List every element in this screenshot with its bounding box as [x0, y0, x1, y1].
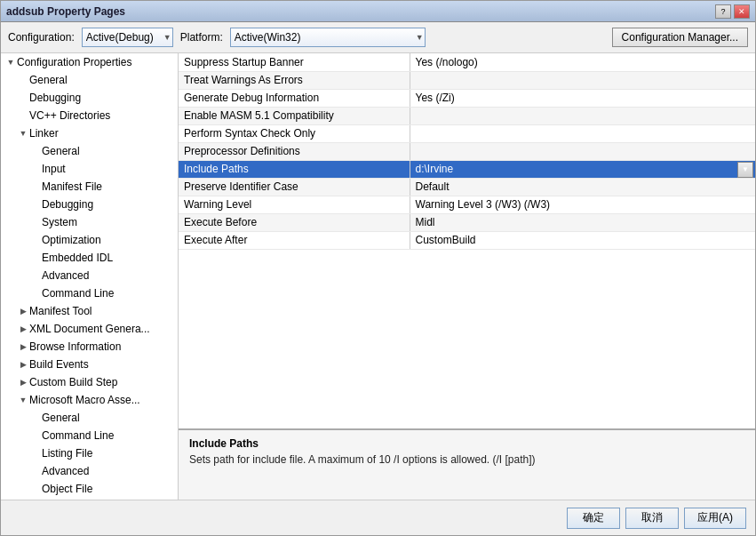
table-row-selected[interactable]: Include Paths d:\Irvine ▼: [179, 160, 755, 178]
expander-icon: ▼: [17, 394, 29, 406]
tree-label: Object File: [42, 483, 92, 495]
tree-item-linker-system[interactable]: System: [1, 213, 178, 231]
prop-label: Include Paths: [179, 160, 410, 178]
tree-label: Linker: [29, 127, 59, 140]
tree-label: System: [42, 216, 77, 228]
expander-placeholder: [29, 412, 42, 424]
tree-item-linker-embidl[interactable]: Embedded IDL: [1, 249, 178, 267]
prop-value: [410, 71, 755, 89]
tree-item-linker[interactable]: ▼ Linker: [1, 124, 178, 142]
table-row[interactable]: Execute Before Midl: [179, 213, 755, 231]
expander-placeholder: [17, 92, 29, 104]
table-row[interactable]: Enable MASM 5.1 Compatibility: [179, 107, 755, 124]
prop-value: Warning Level 3 (/W3) (/W3): [410, 196, 755, 213]
tree-item-linker-manifest[interactable]: Manifest File: [1, 178, 178, 196]
platform-select-wrapper: Active(Win32) ▼: [230, 28, 426, 47]
tree-label: Manifest Tool: [29, 305, 92, 317]
tree-item-linker-general[interactable]: General: [1, 142, 178, 160]
expander-icon: ▶: [17, 305, 29, 317]
include-paths-dropdown-button[interactable]: ▼: [737, 162, 753, 178]
tree-label: Debugging: [42, 198, 93, 211]
tree-label: General: [42, 145, 80, 157]
tree-item-browse-info[interactable]: ▶ Browse Information: [1, 338, 178, 356]
prop-value: [410, 107, 755, 124]
tree-item-xml-doc[interactable]: ▶ XML Document Genera...: [1, 320, 178, 338]
tree-label: Manifest File: [42, 180, 102, 193]
close-button[interactable]: ✕: [734, 4, 750, 19]
prop-label: Enable MASM 5.1 Compatibility: [179, 107, 410, 124]
tree-label: Configuration Properties: [17, 56, 131, 68]
prop-value: d:\Irvine ▼: [410, 160, 755, 178]
table-row[interactable]: Execute After CustomBuild: [179, 231, 755, 249]
table-row[interactable]: Treat Warnings As Errors: [179, 71, 755, 89]
main-content: ▼ Configuration Properties General Debug…: [1, 52, 755, 500]
info-panel: Include Paths Sets path for include file…: [179, 428, 755, 500]
tree-item-linker-adv[interactable]: Advanced: [1, 267, 178, 284]
prop-value: [410, 142, 755, 160]
tree-item-linker-input[interactable]: Input: [1, 160, 178, 178]
config-bar: Configuration: Active(Debug) ▼ Platform:…: [1, 22, 755, 52]
config-manager-button[interactable]: Configuration Manager...: [612, 28, 748, 47]
expander-icon: ▶: [17, 340, 29, 353]
title-bar: addsub Property Pages ? ✕: [1, 1, 755, 22]
tree-item-vcpp-dirs[interactable]: VC++ Directories: [1, 107, 178, 124]
tree-item-build-events[interactable]: ▶ Build Events: [1, 356, 178, 373]
table-row[interactable]: Preprocessor Definitions: [179, 142, 755, 160]
tree-item-masm-objfile[interactable]: Object File: [1, 480, 178, 498]
tree-label: Browse Information: [29, 340, 121, 353]
expander-placeholder: [29, 269, 42, 282]
help-button[interactable]: ?: [715, 4, 731, 19]
expander-icon: ▶: [17, 376, 29, 388]
tree-item-masm-general[interactable]: General: [1, 409, 178, 427]
table-row[interactable]: Preserve Identifier Case Default: [179, 178, 755, 196]
expander-placeholder: [17, 74, 29, 86]
prop-value: Midl: [410, 213, 755, 231]
tree-item-linker-cmdline[interactable]: Command Line: [1, 284, 178, 302]
expander-icon: ▼: [4, 56, 17, 68]
platform-select[interactable]: Active(Win32): [230, 28, 426, 47]
tree-label: General: [29, 74, 68, 86]
expander-icon: ▶: [17, 358, 29, 371]
apply-button[interactable]: 应用(A): [684, 508, 746, 529]
right-panel: Suppress Startup Banner Yes (/nologo) Tr…: [179, 53, 755, 500]
prop-value: Yes (/Zi): [410, 89, 755, 107]
ok-button[interactable]: 确定: [567, 508, 620, 529]
tree-item-general[interactable]: General: [1, 71, 178, 89]
tree-item-manifest-tool[interactable]: ▶ Manifest Tool: [1, 302, 178, 320]
tree-item-linker-opt[interactable]: Optimization: [1, 231, 178, 249]
table-row[interactable]: Suppress Startup Banner Yes (/nologo): [179, 53, 755, 71]
tree-label: Debugging: [29, 92, 81, 104]
tree-item-debugging[interactable]: Debugging: [1, 89, 178, 107]
prop-label: Execute Before: [179, 213, 410, 231]
tree-item-masm-cmdline[interactable]: Command Line: [1, 427, 178, 444]
tree-item-config-props[interactable]: ▼ Configuration Properties: [1, 53, 178, 71]
config-select-wrapper: Active(Debug) ▼: [82, 28, 173, 47]
property-pages-window: addsub Property Pages ? ✕ Configuration:…: [0, 0, 756, 536]
expander-icon: ▼: [17, 127, 29, 140]
config-label: Configuration:: [8, 31, 75, 44]
tree-item-masm[interactable]: ▼ Microsoft Macro Asse...: [1, 391, 178, 409]
tree-label: VC++ Directories: [29, 109, 110, 122]
info-text: Sets path for include file. A maximum of…: [189, 453, 744, 466]
tree-panel: ▼ Configuration Properties General Debug…: [1, 53, 179, 500]
properties-table: Suppress Startup Banner Yes (/nologo) Tr…: [179, 53, 755, 428]
tree-item-linker-debug[interactable]: Debugging: [1, 196, 178, 213]
table-row[interactable]: Generate Debug Information Yes (/Zi): [179, 89, 755, 107]
cancel-button[interactable]: 取消: [625, 508, 679, 529]
config-select[interactable]: Active(Debug): [82, 28, 173, 47]
expander-placeholder: [29, 465, 42, 477]
tree-item-custom-build[interactable]: ▶ Custom Build Step: [1, 373, 178, 391]
tree-item-masm-adv[interactable]: Advanced: [1, 462, 178, 480]
prop-value: [410, 124, 755, 142]
prop-label: Treat Warnings As Errors: [179, 71, 410, 89]
title-bar-buttons: ? ✕: [715, 4, 750, 19]
expander-placeholder: [29, 429, 42, 442]
tree-item-masm-listing[interactable]: Listing File: [1, 444, 178, 462]
tree-label: Input: [42, 163, 66, 175]
prop-label: Execute After: [179, 231, 410, 249]
expander-placeholder: [29, 234, 42, 246]
table-row[interactable]: Warning Level Warning Level 3 (/W3) (/W3…: [179, 196, 755, 213]
prop-value: Default: [410, 178, 755, 196]
prop-value: Yes (/nologo): [410, 53, 755, 71]
table-row[interactable]: Perform Syntax Check Only: [179, 124, 755, 142]
